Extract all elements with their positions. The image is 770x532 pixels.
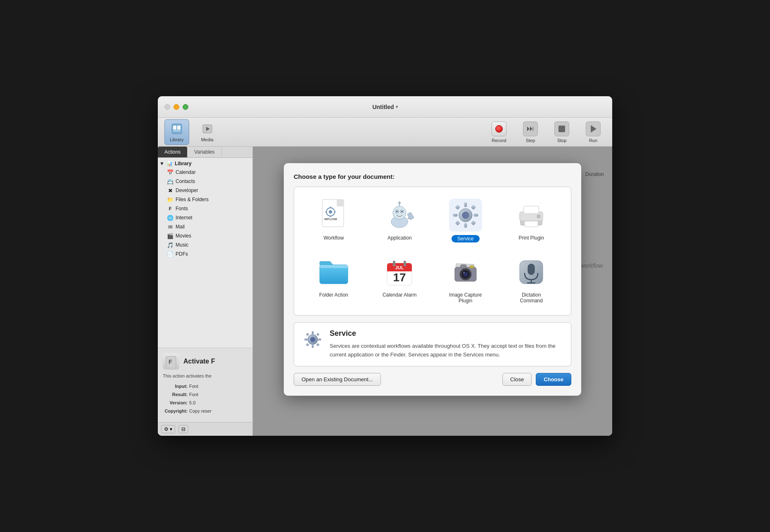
doc-type-calendar-alarm[interactable]: JUL 17 Calendar Alarm [367, 251, 433, 309]
sidebar-tree: ▼ 📊 Library 📅 Calendar 📇 Contacts ✖ Deve… [158, 158, 252, 348]
dictation-command-label: Dictation Command [520, 292, 543, 304]
svg-rect-49 [393, 261, 395, 266]
library-icon [170, 122, 183, 135]
service-desc-content: Service Services are contextual workflow… [330, 329, 563, 359]
doc-type-image-capture-plugin[interactable]: Image Capture Plugin [433, 251, 499, 309]
sidebar-item-fonts[interactable]: F Fonts [158, 204, 252, 213]
record-icon [492, 121, 506, 136]
doc-type-dictation-command[interactable]: Dictation Command [499, 251, 565, 309]
main-area: Actions Variables ▼ 📊 Library 📅 Calendar… [158, 147, 612, 436]
doc-type-service[interactable]: Service [433, 194, 499, 247]
sidebar-item-calendar[interactable]: 📅 Calendar [158, 168, 252, 177]
tab-actions[interactable]: Actions [158, 147, 188, 157]
service-icon-wrapper [449, 199, 482, 232]
svg-point-18 [393, 206, 406, 219]
titlebar: Untitled ▾ [158, 96, 612, 118]
application-label: Application [387, 235, 412, 241]
run-icon [586, 121, 601, 136]
action-title: Activate F [183, 358, 215, 365]
svg-point-12 [329, 210, 332, 214]
doc-type-grid: WFLOW Workflow [294, 187, 571, 316]
sidebar-item-internet[interactable]: 🌐 Internet [158, 213, 252, 222]
movies-icon: 🎬 [167, 233, 173, 239]
calendar-alarm-label: Calendar Alarm [383, 292, 417, 298]
tree-expand-icon: ▼ [159, 161, 164, 166]
action-meta: Input: Font Result: Font Version: 5.0 Co… [163, 382, 247, 415]
close-button[interactable]: Close [502, 373, 532, 386]
window-title[interactable]: Untitled ▾ [372, 104, 397, 110]
media-label: Media [201, 137, 214, 142]
collapse-icon: ⊟ [181, 426, 185, 432]
maximize-button[interactable] [183, 104, 188, 110]
sidebar-item-developer[interactable]: ✖ Developer [158, 186, 252, 195]
folder-action-label: Folder Action [319, 292, 348, 298]
sidebar-item-movies[interactable]: 🎬 Movies [158, 231, 252, 240]
stop-label: Stop [557, 138, 567, 143]
stop-button[interactable]: Stop [549, 119, 574, 145]
collapse-button[interactable]: ⊟ [178, 425, 188, 433]
svg-rect-30 [464, 223, 467, 228]
music-icon: 🎵 [167, 242, 173, 248]
tab-variables[interactable]: Variables [188, 147, 221, 157]
dictation-command-icon-wrapper [515, 256, 548, 289]
service-label: Service [452, 235, 480, 242]
service-desc-text: Services are contextual workflows availa… [330, 342, 563, 359]
step-label: Step [526, 138, 535, 143]
choose-button[interactable]: Choose [536, 373, 571, 386]
tree-library[interactable]: ▼ 📊 Library [158, 159, 252, 168]
run-button[interactable]: Run [581, 119, 606, 145]
doc-type-application[interactable]: Application [367, 194, 433, 247]
files-folders-icon: 📁 [167, 196, 173, 203]
chevron-down-icon: ▾ [170, 426, 172, 432]
close-button[interactable] [164, 104, 170, 110]
svg-rect-36 [471, 221, 475, 225]
contacts-icon: 📇 [167, 178, 173, 185]
sidebar-item-mail[interactable]: ✉ Mail [158, 222, 252, 231]
print-plugin-icon-wrapper [515, 199, 548, 232]
minimize-button[interactable] [173, 104, 179, 110]
svg-rect-69 [318, 339, 321, 340]
svg-rect-40 [524, 206, 539, 214]
sidebar-item-pdfs[interactable]: 📄 PDFs [158, 249, 252, 259]
toolbar: Library Media Record ⏭ Step [158, 118, 612, 147]
folder-action-icon-wrapper [317, 256, 350, 289]
svg-rect-67 [312, 345, 314, 348]
media-button[interactable]: Media [196, 120, 219, 145]
svg-rect-1 [173, 126, 176, 130]
action-detail-icon: F [163, 353, 179, 370]
content-area: r workflow. Duration Choose a type for y… [253, 147, 612, 436]
sidebar-item-files-folders[interactable]: 📁 Files & Folders [158, 195, 252, 204]
svg-rect-70 [306, 333, 309, 336]
svg-point-57 [463, 272, 465, 273]
record-button[interactable]: Record [487, 119, 511, 145]
svg-rect-32 [474, 214, 478, 216]
modal-title: Choose a type for your document: [294, 173, 571, 180]
svg-rect-72 [306, 343, 309, 346]
svg-point-41 [537, 215, 540, 218]
doc-type-folder-action[interactable]: Folder Action [301, 251, 367, 309]
gear-button[interactable]: ⚙ ▾ [161, 425, 175, 433]
sidebar: Actions Variables ▼ 📊 Library 📅 Calendar… [158, 147, 253, 436]
step-button[interactable]: ⏭ Step [518, 119, 543, 145]
svg-point-21 [396, 211, 398, 212]
svg-rect-59 [470, 266, 474, 268]
sidebar-item-music[interactable]: 🎵 Music [158, 240, 252, 249]
sidebar-item-contacts[interactable]: 📇 Contacts [158, 177, 252, 186]
open-existing-button[interactable]: Open an Existing Document... [294, 373, 381, 386]
doc-type-workflow[interactable]: WFLOW Workflow [301, 194, 367, 247]
svg-point-24 [398, 202, 401, 204]
svg-text:WFLOW: WFLOW [324, 217, 337, 221]
internet-icon: 🌐 [167, 214, 173, 221]
svg-text:17: 17 [393, 271, 406, 284]
svg-text:JUL: JUL [395, 265, 404, 270]
svg-point-28 [462, 212, 469, 218]
doc-type-print-plugin[interactable]: Print Plugin [499, 194, 565, 247]
svg-rect-58 [461, 265, 466, 268]
library-button[interactable]: Library [164, 119, 189, 145]
svg-rect-38 [525, 221, 538, 227]
developer-icon: ✖ [167, 187, 173, 194]
run-label: Run [589, 138, 597, 143]
service-description-box: Service Services are contextual workflow… [294, 322, 571, 366]
library-bar-icon: 📊 [166, 161, 173, 166]
image-capture-icon-wrapper [449, 256, 482, 289]
